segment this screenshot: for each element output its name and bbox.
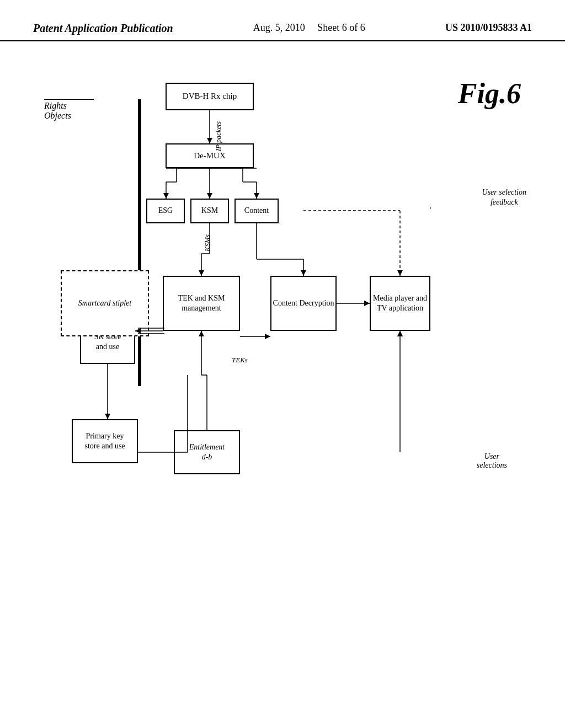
svg-marker-23 [265, 334, 270, 339]
svg-marker-11 [254, 193, 259, 199]
publication-date: Aug. 5, 2010 [253, 22, 305, 33]
svg-marker-25 [364, 301, 370, 306]
svg-marker-17 [199, 270, 204, 276]
publication-title: Patent Application Publication [33, 22, 173, 35]
svg-marker-35 [135, 328, 141, 334]
page: Patent Application Publication Aug. 5, 2… [0, 0, 565, 728]
svg-marker-5 [163, 193, 169, 199]
header: Patent Application Publication Aug. 5, 2… [0, 0, 565, 41]
diagram-svg [28, 66, 537, 706]
svg-marker-43 [199, 331, 204, 336]
header-center: Aug. 5, 2010 Sheet 6 of 6 [253, 22, 365, 34]
svg-marker-7 [207, 193, 212, 199]
diagram-area: Fig.6 Rights Objects User selectionfeedb… [28, 66, 537, 706]
sheet-info: Sheet 6 of 6 [317, 22, 365, 33]
svg-marker-21 [301, 270, 306, 276]
svg-marker-33 [397, 331, 403, 336]
svg-marker-37 [105, 414, 110, 419]
patent-number: US 2010/0195833 A1 [445, 22, 532, 34]
svg-marker-1 [207, 138, 212, 143]
svg-marker-28 [397, 270, 403, 276]
